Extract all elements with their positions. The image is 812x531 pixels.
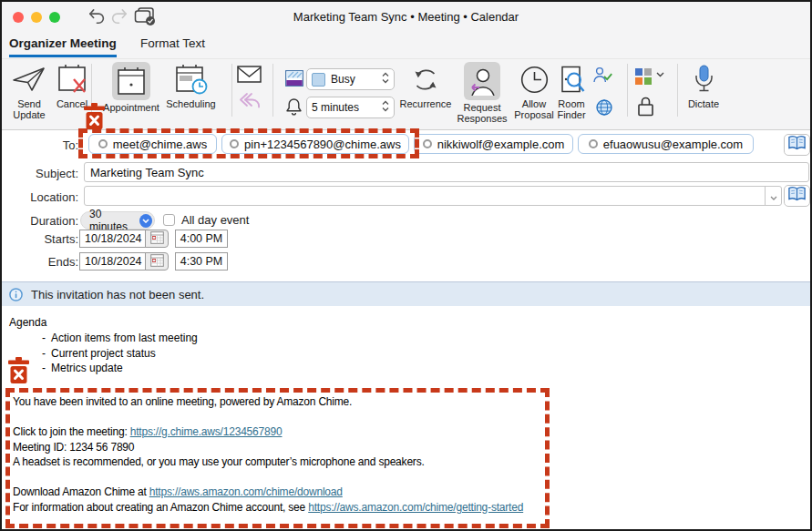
recurrence-icon [410,62,441,97]
location-address-book-button[interactable] [784,185,810,207]
location-label: Location: [2,190,78,204]
email-invite-button[interactable] [237,66,262,87]
agenda-dash: - [42,346,46,362]
chevron-down-icon [139,214,152,228]
ribbon-separator [272,64,273,117]
envelope-icon [237,66,262,87]
clock-icon [520,62,549,97]
agenda-item: -Current project status [42,346,198,362]
agenda-item-text: Action items from last meeting [51,331,198,346]
info-bar-message: This invitation has not been sent. [31,288,204,301]
recipient-address: efuaowusu@example.com [603,138,743,151]
message-body[interactable]: Agenda -Action items from last meeting -… [2,306,810,529]
delete-annotation-icon [83,103,106,133]
reminder-dropdown[interactable]: 5 minutes [306,97,395,118]
scheduling-calendar-icon [175,62,208,97]
account-line: For information about creating an Amazon… [13,500,523,516]
ends-date-input[interactable]: 10/18/2024 [79,252,146,271]
join-line: Click to join the meeting: https://g.chi… [13,424,523,440]
agenda-dash: - [42,361,46,376]
agenda-item-text: Metrics update [51,361,123,376]
free-busy-status-icon [285,70,303,87]
window-chrome: Marketing Team Sync • Meeting • Calendar… [2,2,810,130]
titlebar: Marketing Team Sync • Meeting • Calendar [2,2,810,33]
recipient-chip[interactable]: efuaowusu@example.com [578,134,754,154]
to-label: To: [2,138,78,152]
duration-label: Duration: [2,214,78,228]
duration-dropdown[interactable]: 30 minutes [80,211,155,230]
ends-label: Ends: [2,255,78,269]
delete-annotation-icon [7,357,30,387]
ribbon: Send Update Cancel Appointment Schedulin… [2,58,810,129]
starts-time-input[interactable]: 4:00 PM [175,230,228,248]
location-dropdown-button[interactable] [765,187,782,205]
chevron-down-icon [656,72,664,77]
to-address-book-button[interactable] [784,134,810,156]
invite-line: You have been invited to an online meeti… [13,394,523,410]
lock-icon [637,96,654,120]
presence-icon [589,139,598,148]
globe-icon [596,99,612,119]
scheduling-button[interactable]: Scheduling [157,62,225,110]
categorize-button[interactable] [634,67,653,89]
calendar-picker-icon [150,231,164,247]
stepper-icon [382,100,389,115]
recipient-address: pin+1234567890@chime.aws [244,138,401,151]
agenda-list: -Action items from last meeting -Current… [42,331,198,376]
ends-time-input[interactable]: 4:30 PM [175,252,228,271]
tab-format-text[interactable]: Format Text [140,36,205,55]
send-icon [12,62,46,97]
starts-label: Starts: [2,232,78,246]
dictate-button[interactable]: Dictate [684,62,724,110]
getting-started-link[interactable]: https://aws.amazon.com/chime/getting-sta… [308,501,523,514]
meeting-id-line: Meeting ID: 1234 56 7890 [13,440,523,455]
starts-date-input[interactable]: 10/18/2024 [79,230,146,248]
time-zones-button[interactable] [596,99,612,119]
recipient-address: meet@chime.aws [113,138,208,151]
starts-date-picker-button[interactable] [145,230,169,248]
chevron-down-icon [770,188,777,204]
location-input[interactable] [84,186,782,206]
recipient-chip[interactable]: meet@chime.aws [88,134,217,154]
download-line: Download Amazon Chime at https://aws.ama… [13,485,523,500]
all-day-label: All day event [181,213,249,227]
presence-icon [230,139,239,148]
ribbon-tab-bar: Organizer Meeting Format Text [2,33,810,59]
reply-button[interactable] [239,93,260,112]
agenda-item: -Action items from last meeting [42,331,198,346]
all-day-checkbox[interactable] [163,214,175,226]
tab-organizer-meeting[interactable]: Organizer Meeting [9,36,117,57]
recipient-list: meet@chime.aws pin+1234567890@chime.aws … [88,134,754,154]
address-book-icon [787,186,807,206]
request-responses-icon [464,62,500,100]
meeting-window: Marketing Team Sync • Meeting • Calendar… [0,0,812,531]
ribbon-separator [677,64,678,117]
room-finder-button[interactable]: Room Finder [550,62,592,120]
headset-line: A headset is recommended, or you may use… [13,454,523,470]
recurrence-button[interactable]: Recurrence [396,62,456,110]
attendee-status-button[interactable] [593,66,612,87]
subject-input[interactable]: Marketing Team Sync [84,162,809,182]
presence-icon [423,139,432,148]
show-as-value: Busy [331,73,382,86]
private-button[interactable] [637,96,654,120]
download-chime-link[interactable]: https://aws.amazon.com/chime/download [149,485,343,498]
ribbon-separator [231,64,232,117]
agenda-item-text: Current project status [51,346,156,362]
address-book-icon [787,135,807,155]
recipient-chip[interactable]: nikkiwolf@example.com [414,134,573,154]
join-meeting-link[interactable]: https://g.chime.aws/1234567890 [130,425,283,438]
request-responses-button[interactable]: Request Responses [454,62,510,124]
agenda-item: -Metrics update [42,361,198,376]
reply-all-icon [239,93,260,112]
subject-label: Subject: [2,167,78,180]
ends-date-picker-button[interactable] [145,252,169,271]
ribbon-separator [627,64,628,117]
reminder-value: 5 minutes [312,101,382,114]
stepper-icon [382,72,389,87]
recipient-chip[interactable]: pin+1234567890@chime.aws [221,134,409,154]
account-prefix: For information about creating an Amazon… [13,501,308,514]
show-as-dropdown[interactable]: Busy [306,68,395,90]
send-update-button[interactable]: Send Update [5,62,53,120]
download-prefix: Download Amazon Chime at [13,485,149,498]
